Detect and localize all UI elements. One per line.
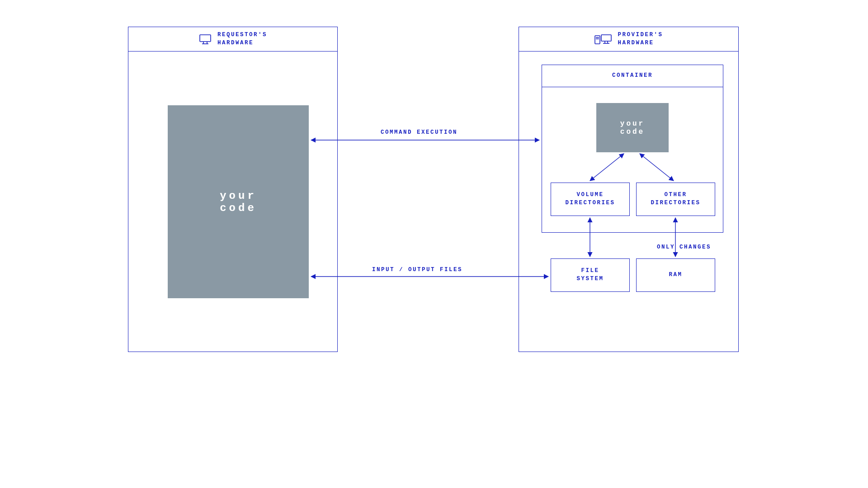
provider-header: PROVIDER'S HARDWARE	[519, 27, 738, 52]
monitor-icon	[198, 33, 212, 45]
provider-title-line2: HARDWARE	[618, 40, 663, 47]
server-icon	[594, 33, 612, 45]
container-code-line1: your	[620, 120, 645, 128]
requestor-code-line1: your	[220, 190, 257, 202]
svg-rect-4	[595, 36, 600, 44]
volume-line1: VOLUME	[565, 192, 615, 199]
container-code-line2: code	[620, 128, 645, 136]
io-files-label: INPUT / OUTPUT FILES	[372, 267, 462, 273]
requestor-code-block: your code	[168, 105, 309, 298]
ram-label: RAM	[669, 272, 682, 279]
svg-rect-0	[200, 35, 211, 42]
file-system-line1: FILE	[576, 267, 604, 275]
svg-rect-7	[601, 35, 611, 41]
file-system-line2: SYSTEM	[576, 276, 604, 283]
volume-line2: DIRECTORIES	[565, 200, 615, 207]
command-execution-label: COMMAND EXECUTION	[381, 129, 458, 136]
requestor-title-line1: REQUESTOR'S	[217, 32, 267, 39]
provider-title-line1: PROVIDER'S	[618, 32, 663, 39]
requestor-header: REQUESTOR'S HARDWARE	[128, 27, 337, 52]
only-changes-label: ONLY CHANGES	[657, 244, 711, 250]
container-header: CONTAINER	[542, 65, 723, 87]
ram-box: RAM	[636, 258, 715, 292]
other-line2: DIRECTORIES	[651, 200, 700, 207]
architecture-diagram: REQUESTOR'S HARDWARE your code	[108, 0, 760, 366]
file-system-box: FILE SYSTEM	[551, 258, 630, 292]
volume-directories-box: VOLUME DIRECTORIES	[551, 183, 630, 216]
requestor-code-line2: code	[220, 202, 257, 214]
other-line1: OTHER	[651, 192, 700, 199]
requestor-title-line2: HARDWARE	[217, 40, 267, 47]
other-directories-box: OTHER DIRECTORIES	[636, 183, 715, 216]
container-code-block: your code	[596, 103, 669, 152]
container-title: CONTAINER	[612, 72, 653, 80]
